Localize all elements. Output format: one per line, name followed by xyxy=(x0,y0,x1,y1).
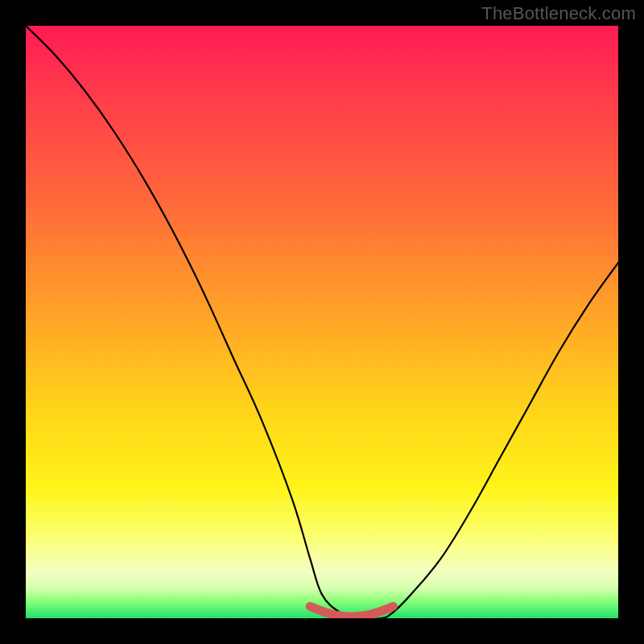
chart-frame: TheBottleneck.com xyxy=(0,0,644,644)
plot-area xyxy=(26,26,618,618)
bottleneck-curve xyxy=(26,26,618,618)
watermark-label: TheBottleneck.com xyxy=(481,3,636,24)
sweet-spot-highlight xyxy=(310,606,393,617)
curve-layer xyxy=(26,26,618,618)
